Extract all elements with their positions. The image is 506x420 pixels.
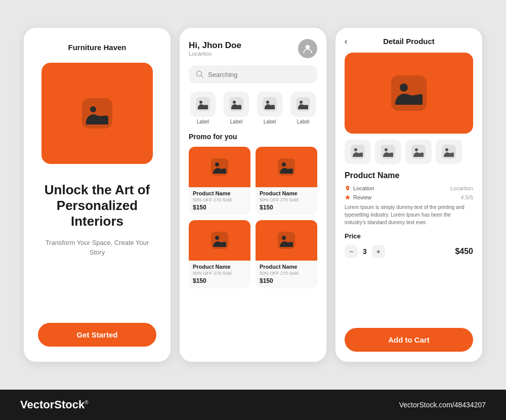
- detail-review-row: Review 4.5/5: [345, 194, 473, 200]
- category-icon-box-3: [257, 92, 282, 117]
- review-label: Review: [353, 194, 371, 200]
- detail-screen: ‹ Detail Product: [335, 28, 482, 362]
- hero-image: [41, 63, 153, 164]
- price-row: − 3 + $450: [345, 245, 473, 258]
- product-description: Lorem Ipsum is simply dummy text of the …: [345, 203, 473, 226]
- category-label-1: Label: [197, 119, 209, 124]
- thumb-2[interactable]: [375, 140, 401, 164]
- category-item-3[interactable]: Label: [256, 92, 284, 124]
- category-label-3: Label: [264, 119, 276, 124]
- back-button[interactable]: ‹: [345, 37, 347, 46]
- detail-location-row: Location Locartion: [345, 185, 473, 191]
- price-section-label: Price: [345, 232, 473, 240]
- review-info: Review: [345, 194, 371, 200]
- category-item-2[interactable]: Label: [222, 92, 250, 124]
- category-icon-2: [229, 97, 243, 111]
- svg-point-27: [415, 148, 418, 151]
- category-icon-1: [196, 97, 210, 111]
- detail-product-name: Product Name: [345, 171, 473, 180]
- thumb-4[interactable]: [436, 140, 462, 164]
- product-price-2: $150: [260, 204, 313, 211]
- star-icon: [345, 194, 351, 200]
- category-icon-4: [296, 97, 310, 111]
- svg-point-23: [354, 148, 357, 151]
- detail-page-title: Detail Product: [383, 37, 435, 46]
- svg-point-19: [282, 236, 286, 240]
- quantity-control: − 3 +: [345, 245, 385, 258]
- search-bar[interactable]: [189, 65, 317, 83]
- category-label-2: Label: [230, 119, 242, 124]
- hero-image-icon: [82, 98, 112, 129]
- svg-point-2: [306, 45, 310, 49]
- product-meta-1: 50% OFF 270 Sold: [193, 197, 246, 202]
- svg-point-21: [400, 83, 408, 92]
- svg-point-5: [199, 101, 202, 104]
- thumb-1[interactable]: [345, 140, 371, 164]
- get-started-button[interactable]: Get Started: [38, 323, 156, 347]
- product-card-3[interactable]: Product Name 50% OFF 270 Sold $150: [189, 220, 250, 288]
- location-value: Locartion: [450, 185, 473, 191]
- search-input[interactable]: [208, 71, 310, 78]
- product-info-4: Product Name 50% OFF 270 Sold $150: [256, 261, 317, 288]
- product-meta-2: 50% OFF 270 Sold: [260, 197, 313, 202]
- total-price-value: $450: [455, 247, 473, 256]
- category-icon-box-2: [224, 92, 249, 117]
- thumb-3[interactable]: [405, 140, 432, 164]
- user-avatar[interactable]: [298, 39, 317, 58]
- increase-qty-button[interactable]: +: [372, 245, 385, 258]
- app-title: Furniture Haven: [68, 43, 126, 52]
- add-to-cart-button[interactable]: Add to Cart: [345, 328, 473, 352]
- category-label-4: Label: [297, 119, 309, 124]
- location-icon: [345, 185, 351, 191]
- product-card-4[interactable]: Product Name 50% OFF 270 Sold $150: [256, 220, 317, 288]
- onboard-headline: Unlock the Art of Personalized Interiors: [38, 182, 156, 230]
- svg-point-25: [385, 148, 388, 151]
- product-info-1: Product Name 50% OFF 270 Sold $150: [189, 187, 250, 215]
- product-meta-4: 50% OFF 270 Sold: [260, 271, 313, 276]
- product-name-4: Product Name: [260, 264, 313, 270]
- svg-point-1: [90, 106, 96, 112]
- footer-brand-left: VectorStock®: [20, 398, 89, 411]
- quantity-value: 3: [363, 247, 367, 256]
- detail-main-image: [345, 53, 473, 134]
- svg-point-29: [445, 148, 448, 151]
- location-label: Location: [353, 185, 374, 191]
- product-img-2: [256, 147, 317, 187]
- category-item-4[interactable]: Label: [289, 92, 317, 124]
- onboard-screen: Furniture Haven Unlock the Art of Person…: [24, 28, 171, 362]
- svg-point-30: [347, 187, 348, 188]
- product-price-4: $150: [260, 277, 313, 284]
- promo-section-title: Promo for you: [189, 133, 317, 141]
- svg-point-15: [282, 162, 286, 166]
- decrease-qty-button[interactable]: −: [345, 245, 358, 258]
- search-icon: [196, 70, 204, 78]
- product-info-2: Product Name 50% OFF 270 Sold $150: [256, 187, 317, 215]
- category-icon-3: [263, 97, 277, 111]
- category-row: Label Label: [189, 92, 317, 124]
- product-meta-3: 50% OFF 270 Sold: [193, 271, 246, 276]
- detail-header: ‹ Detail Product: [345, 37, 473, 46]
- svg-point-9: [266, 101, 269, 104]
- footer-bar: VectorStock® VectorStock.com/48434207: [0, 390, 506, 420]
- svg-point-11: [300, 101, 303, 104]
- svg-point-13: [215, 162, 219, 166]
- product-img-4: [256, 220, 317, 261]
- product-name-2: Product Name: [260, 190, 313, 196]
- product-price-1: $150: [193, 204, 246, 211]
- category-icon-box-1: [190, 92, 216, 117]
- user-location: Locartion: [189, 51, 241, 57]
- svg-rect-20: [391, 75, 427, 111]
- product-card-1[interactable]: Product Name 50% OFF 270 Sold $150: [189, 147, 250, 215]
- greeting-text: Hi, Jhon Doe: [189, 40, 241, 51]
- home-header: Hi, Jhon Doe Locartion: [189, 39, 317, 58]
- product-info-3: Product Name 50% OFF 270 Sold $150: [189, 261, 250, 288]
- footer-brand-right: VectorStock.com/48434207: [399, 401, 486, 409]
- category-item-1[interactable]: Label: [189, 92, 217, 124]
- product-grid: Product Name 50% OFF 270 Sold $150: [189, 147, 317, 288]
- product-name-1: Product Name: [193, 190, 246, 196]
- product-card-2[interactable]: Product Name 50% OFF 270 Sold $150: [256, 147, 317, 215]
- product-img-1: [189, 147, 250, 187]
- product-price-3: $150: [193, 277, 246, 284]
- onboard-subtitle: Transform Your Space, Create Your Story: [38, 238, 156, 258]
- svg-point-7: [233, 101, 236, 104]
